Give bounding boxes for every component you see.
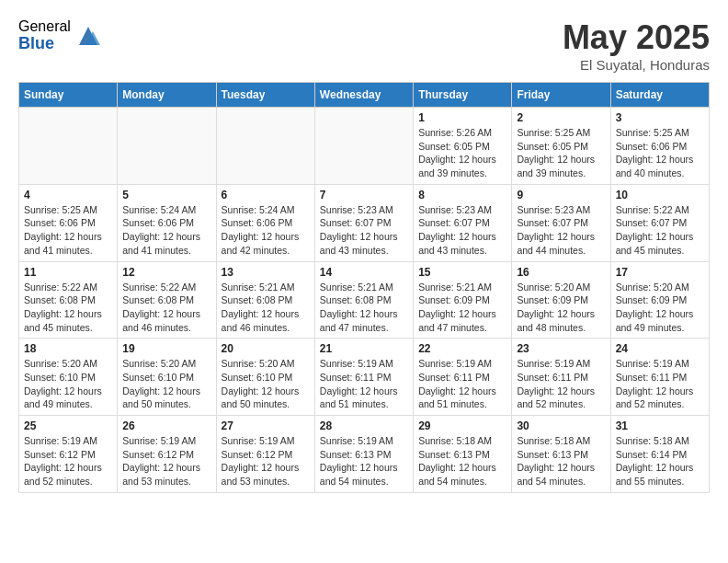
day-info: Sunrise: 5:25 AM Sunset: 6:06 PM Dayligh… (24, 203, 112, 258)
day-number: 21 (320, 342, 408, 355)
calendar-cell (118, 108, 216, 185)
calendar-cell: 7Sunrise: 5:23 AM Sunset: 6:07 PM Daylig… (314, 184, 413, 261)
day-info: Sunrise: 5:25 AM Sunset: 6:06 PM Dayligh… (616, 126, 704, 180)
calendar-cell: 10Sunrise: 5:22 AM Sunset: 6:07 PM Dayli… (610, 184, 709, 261)
day-number: 12 (122, 266, 210, 279)
calendar-cell: 29Sunrise: 5:18 AM Sunset: 6:13 PM Dayli… (414, 416, 512, 493)
week-row-4: 18Sunrise: 5:20 AM Sunset: 6:10 PM Dayli… (19, 339, 710, 416)
day-number: 24 (616, 342, 704, 355)
day-number: 27 (222, 419, 310, 432)
calendar-cell: 23Sunrise: 5:19 AM Sunset: 6:11 PM Dayli… (512, 339, 610, 416)
calendar-cell: 26Sunrise: 5:19 AM Sunset: 6:12 PM Dayli… (118, 416, 216, 493)
day-number: 10 (616, 189, 704, 201)
calendar-cell: 15Sunrise: 5:21 AM Sunset: 6:09 PM Dayli… (414, 261, 512, 339)
calendar-cell: 28Sunrise: 5:19 AM Sunset: 6:13 PM Dayli… (314, 416, 413, 493)
title-block: May 2025 El Suyatal, Honduras (563, 18, 710, 73)
day-info: Sunrise: 5:19 AM Sunset: 6:12 PM Dayligh… (122, 434, 210, 488)
calendar-cell (314, 108, 413, 185)
day-number: 31 (616, 419, 704, 432)
day-number: 6 (222, 189, 310, 201)
day-number: 23 (517, 342, 605, 355)
calendar-cell: 5Sunrise: 5:24 AM Sunset: 6:06 PM Daylig… (118, 184, 216, 261)
header-row: SundayMondayTuesdayWednesdayThursdayFrid… (19, 83, 710, 108)
day-info: Sunrise: 5:18 AM Sunset: 6:14 PM Dayligh… (616, 434, 704, 488)
calendar-cell: 21Sunrise: 5:19 AM Sunset: 6:11 PM Dayli… (314, 339, 413, 416)
calendar-cell: 3Sunrise: 5:25 AM Sunset: 6:06 PM Daylig… (610, 108, 709, 185)
day-number: 4 (24, 189, 112, 201)
calendar-cell (19, 108, 118, 185)
day-info: Sunrise: 5:20 AM Sunset: 6:09 PM Dayligh… (616, 281, 704, 335)
day-info: Sunrise: 5:19 AM Sunset: 6:12 PM Dayligh… (24, 434, 112, 488)
week-row-3: 11Sunrise: 5:22 AM Sunset: 6:08 PM Dayli… (19, 261, 710, 339)
day-info: Sunrise: 5:20 AM Sunset: 6:10 PM Dayligh… (24, 357, 112, 411)
logo-text: General Blue (18, 18, 71, 52)
week-row-2: 4Sunrise: 5:25 AM Sunset: 6:06 PM Daylig… (19, 184, 710, 261)
calendar-cell: 11Sunrise: 5:22 AM Sunset: 6:08 PM Dayli… (19, 261, 118, 339)
calendar-cell: 16Sunrise: 5:20 AM Sunset: 6:09 PM Dayli… (512, 261, 610, 339)
day-number: 9 (517, 189, 605, 201)
day-info: Sunrise: 5:21 AM Sunset: 6:08 PM Dayligh… (320, 281, 408, 335)
calendar-cell: 31Sunrise: 5:18 AM Sunset: 6:14 PM Dayli… (610, 416, 709, 493)
calendar-cell: 19Sunrise: 5:20 AM Sunset: 6:10 PM Dayli… (118, 339, 216, 416)
calendar-cell: 2Sunrise: 5:25 AM Sunset: 6:05 PM Daylig… (512, 108, 610, 185)
day-number: 3 (616, 111, 704, 124)
header-day-sunday: Sunday (19, 83, 118, 108)
day-info: Sunrise: 5:25 AM Sunset: 6:05 PM Dayligh… (517, 126, 605, 180)
logo: General Blue (18, 18, 102, 52)
day-info: Sunrise: 5:20 AM Sunset: 6:10 PM Dayligh… (222, 357, 310, 411)
header-day-saturday: Saturday (610, 83, 709, 108)
day-info: Sunrise: 5:19 AM Sunset: 6:11 PM Dayligh… (418, 357, 506, 411)
day-number: 14 (320, 266, 408, 279)
day-number: 15 (418, 266, 506, 279)
day-info: Sunrise: 5:19 AM Sunset: 6:11 PM Dayligh… (320, 357, 408, 411)
location-text: El Suyatal, Honduras (563, 57, 710, 73)
day-info: Sunrise: 5:23 AM Sunset: 6:07 PM Dayligh… (517, 203, 605, 258)
calendar-cell: 24Sunrise: 5:19 AM Sunset: 6:11 PM Dayli… (610, 339, 709, 416)
day-info: Sunrise: 5:20 AM Sunset: 6:10 PM Dayligh… (122, 357, 210, 411)
calendar-cell: 30Sunrise: 5:18 AM Sunset: 6:13 PM Dayli… (512, 416, 610, 493)
calendar-cell: 6Sunrise: 5:24 AM Sunset: 6:06 PM Daylig… (216, 184, 314, 261)
day-number: 1 (418, 111, 506, 124)
day-info: Sunrise: 5:18 AM Sunset: 6:13 PM Dayligh… (517, 434, 605, 488)
day-info: Sunrise: 5:19 AM Sunset: 6:11 PM Dayligh… (616, 357, 704, 411)
day-number: 17 (616, 266, 704, 279)
calendar-cell: 13Sunrise: 5:21 AM Sunset: 6:08 PM Dayli… (216, 261, 314, 339)
calendar-table: SundayMondayTuesdayWednesdayThursdayFrid… (18, 82, 710, 493)
header-day-wednesday: Wednesday (314, 83, 413, 108)
day-number: 30 (517, 419, 605, 432)
calendar-cell: 18Sunrise: 5:20 AM Sunset: 6:10 PM Dayli… (19, 339, 118, 416)
day-number: 16 (517, 266, 605, 279)
calendar-cell (216, 108, 314, 185)
header-day-friday: Friday (512, 83, 610, 108)
calendar-cell: 14Sunrise: 5:21 AM Sunset: 6:08 PM Dayli… (314, 261, 413, 339)
day-info: Sunrise: 5:18 AM Sunset: 6:13 PM Dayligh… (418, 434, 506, 488)
calendar-cell: 12Sunrise: 5:22 AM Sunset: 6:08 PM Dayli… (118, 261, 216, 339)
day-info: Sunrise: 5:19 AM Sunset: 6:13 PM Dayligh… (320, 434, 408, 488)
week-row-1: 1Sunrise: 5:26 AM Sunset: 6:05 PM Daylig… (19, 108, 710, 185)
day-number: 7 (320, 189, 408, 201)
day-info: Sunrise: 5:23 AM Sunset: 6:07 PM Dayligh… (320, 203, 408, 258)
day-info: Sunrise: 5:26 AM Sunset: 6:05 PM Dayligh… (418, 126, 506, 180)
header-day-monday: Monday (118, 83, 216, 108)
logo-icon (74, 22, 102, 50)
day-number: 8 (418, 189, 506, 201)
calendar-cell: 17Sunrise: 5:20 AM Sunset: 6:09 PM Dayli… (610, 261, 709, 339)
day-number: 28 (320, 419, 408, 432)
page-header: General Blue May 2025 El Suyatal, Hondur… (18, 18, 710, 73)
day-info: Sunrise: 5:22 AM Sunset: 6:07 PM Dayligh… (616, 203, 704, 258)
day-info: Sunrise: 5:22 AM Sunset: 6:08 PM Dayligh… (122, 281, 210, 335)
calendar-cell: 27Sunrise: 5:19 AM Sunset: 6:12 PM Dayli… (216, 416, 314, 493)
header-day-thursday: Thursday (414, 83, 512, 108)
header-day-tuesday: Tuesday (216, 83, 314, 108)
day-info: Sunrise: 5:19 AM Sunset: 6:12 PM Dayligh… (222, 434, 310, 488)
day-number: 20 (222, 342, 310, 355)
day-info: Sunrise: 5:24 AM Sunset: 6:06 PM Dayligh… (222, 203, 310, 258)
day-info: Sunrise: 5:21 AM Sunset: 6:09 PM Dayligh… (418, 281, 506, 335)
day-number: 18 (24, 342, 112, 355)
day-info: Sunrise: 5:19 AM Sunset: 6:11 PM Dayligh… (517, 357, 605, 411)
day-number: 25 (24, 419, 112, 432)
logo-blue-text: Blue (18, 35, 71, 53)
day-info: Sunrise: 5:22 AM Sunset: 6:08 PM Dayligh… (24, 281, 112, 335)
calendar-cell: 4Sunrise: 5:25 AM Sunset: 6:06 PM Daylig… (19, 184, 118, 261)
day-info: Sunrise: 5:20 AM Sunset: 6:09 PM Dayligh… (517, 281, 605, 335)
